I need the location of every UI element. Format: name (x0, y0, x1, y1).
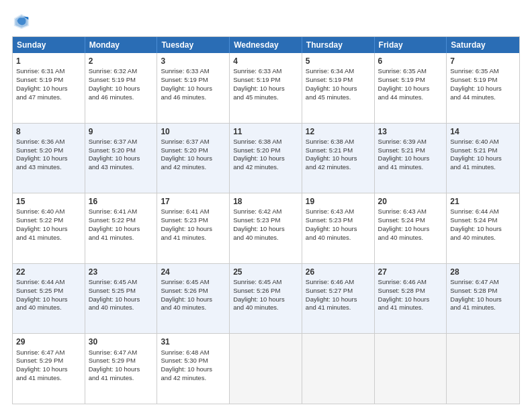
sunset-label: Sunset: 5:21 PM (306, 146, 353, 154)
daylight-label: Daylight: 10 hours (306, 295, 357, 303)
daylight-label: Daylight: 10 hours (233, 295, 285, 303)
calendar-week-4: 22Sunrise: 6:44 AMSunset: 5:25 PMDayligh… (13, 263, 519, 334)
daylight-label: Daylight: 10 hours (161, 85, 212, 92)
sunrise-label: Sunrise: 6:35 AM (450, 67, 498, 75)
daylight-minutes: and 41 minutes. (306, 304, 351, 311)
daylight-label: Daylight: 10 hours (306, 85, 357, 92)
sunset-label: Sunset: 5:28 PM (450, 287, 497, 294)
daylight-minutes: and 44 minutes. (450, 93, 496, 101)
daylight-label: Daylight: 10 hours (89, 85, 140, 92)
daylight-minutes: and 42 minutes. (161, 163, 206, 171)
day-cell-3: 3Sunrise: 6:33 AMSunset: 5:19 PMDaylight… (157, 53, 230, 123)
daylight-label: Daylight: 10 hours (16, 365, 68, 373)
daylight-label: Daylight: 10 hours (378, 85, 430, 92)
day-cell-16: 16Sunrise: 6:41 AMSunset: 5:22 PMDayligh… (85, 193, 158, 263)
day-number: 19 (306, 196, 371, 207)
day-number: 14 (450, 126, 516, 137)
logo (12, 12, 32, 31)
daylight-label: Daylight: 10 hours (16, 225, 68, 232)
day-number: 10 (161, 126, 226, 137)
sunset-label: Sunset: 5:30 PM (161, 357, 208, 364)
daylight-label: Daylight: 10 hours (450, 85, 502, 92)
daylight-label: Daylight: 10 hours (378, 295, 430, 303)
day-number: 18 (233, 196, 298, 207)
day-number: 5 (306, 56, 371, 66)
sunrise-label: Sunrise: 6:45 AM (89, 278, 137, 285)
day-cell-6: 6Sunrise: 6:35 AMSunset: 5:19 PMDaylight… (375, 53, 447, 123)
sunset-label: Sunset: 5:23 PM (233, 216, 280, 224)
day-cell-29: 29Sunrise: 6:47 AMSunset: 5:29 PMDayligh… (13, 334, 85, 404)
day-cell-28: 28Sunrise: 6:47 AMSunset: 5:28 PMDayligh… (447, 264, 519, 334)
sunrise-label: Sunrise: 6:40 AM (16, 208, 64, 215)
sunrise-label: Sunrise: 6:48 AM (161, 349, 209, 356)
sunrise-label: Sunrise: 6:32 AM (89, 67, 137, 75)
daylight-label: Daylight: 10 hours (233, 154, 285, 162)
daylight-label: Daylight: 10 hours (161, 225, 212, 232)
day-number: 17 (161, 196, 226, 207)
daylight-label: Daylight: 10 hours (378, 225, 430, 232)
day-cell-2: 2Sunrise: 6:32 AMSunset: 5:19 PMDaylight… (85, 53, 158, 123)
day-number: 9 (89, 126, 154, 137)
header-day-saturday: Saturday (447, 37, 519, 53)
logo-icon (12, 12, 31, 31)
header-day-friday: Friday (375, 37, 447, 53)
sunrise-label: Sunrise: 6:41 AM (89, 208, 137, 215)
daylight-label: Daylight: 10 hours (89, 365, 140, 373)
sunrise-label: Sunrise: 6:31 AM (16, 67, 64, 75)
daylight-minutes: and 40 minutes. (233, 304, 279, 311)
daylight-label: Daylight: 10 hours (89, 295, 140, 303)
sunset-label: Sunset: 5:24 PM (450, 216, 497, 224)
day-number: 2 (89, 56, 154, 66)
day-cell-10: 10Sunrise: 6:37 AMSunset: 5:20 PMDayligh… (157, 124, 230, 193)
daylight-label: Daylight: 10 hours (306, 225, 357, 232)
day-number: 31 (161, 336, 226, 347)
day-cell-9: 9Sunrise: 6:37 AMSunset: 5:20 PMDaylight… (85, 124, 158, 193)
sunset-label: Sunset: 5:22 PM (16, 216, 63, 224)
day-cell-26: 26Sunrise: 6:46 AMSunset: 5:27 PMDayligh… (302, 264, 375, 334)
daylight-minutes: and 42 minutes. (233, 163, 279, 171)
day-cell-14: 14Sunrise: 6:40 AMSunset: 5:21 PMDayligh… (447, 124, 519, 193)
header-day-thursday: Thursday (302, 37, 375, 53)
day-cell-25: 25Sunrise: 6:45 AMSunset: 5:26 PMDayligh… (230, 264, 302, 334)
sunrise-label: Sunrise: 6:33 AM (161, 67, 209, 75)
sunrise-label: Sunrise: 6:34 AM (306, 67, 354, 75)
daylight-label: Daylight: 10 hours (450, 295, 502, 303)
header-day-sunday: Sunday (13, 37, 85, 53)
daylight-label: Daylight: 10 hours (306, 154, 357, 162)
sunset-label: Sunset: 5:19 PM (450, 76, 497, 83)
daylight-minutes: and 41 minutes. (89, 374, 134, 381)
daylight-label: Daylight: 10 hours (161, 154, 212, 162)
page: SundayMondayTuesdayWednesdayThursdayFrid… (0, 0, 532, 411)
day-cell-22: 22Sunrise: 6:44 AMSunset: 5:25 PMDayligh… (13, 264, 85, 334)
daylight-label: Daylight: 10 hours (233, 225, 285, 232)
sunset-label: Sunset: 5:21 PM (450, 146, 497, 154)
day-number: 8 (16, 126, 81, 137)
sunset-label: Sunset: 5:20 PM (89, 146, 136, 154)
sunrise-label: Sunrise: 6:45 AM (233, 278, 281, 285)
daylight-minutes: and 43 minutes. (89, 163, 134, 171)
sunset-label: Sunset: 5:19 PM (16, 76, 63, 83)
day-cell-8: 8Sunrise: 6:36 AMSunset: 5:20 PMDaylight… (13, 124, 85, 193)
daylight-minutes: and 42 minutes. (161, 374, 206, 381)
day-number: 28 (450, 267, 516, 277)
sunset-label: Sunset: 5:19 PM (233, 76, 280, 83)
day-number: 22 (16, 267, 81, 277)
header (12, 12, 520, 31)
day-cell-23: 23Sunrise: 6:45 AMSunset: 5:25 PMDayligh… (85, 264, 158, 334)
sunset-label: Sunset: 5:19 PM (89, 76, 136, 83)
sunset-label: Sunset: 5:23 PM (161, 216, 208, 224)
sunrise-label: Sunrise: 6:33 AM (233, 67, 281, 75)
day-number: 30 (89, 336, 154, 347)
day-cell-18: 18Sunrise: 6:42 AMSunset: 5:23 PMDayligh… (230, 193, 302, 263)
calendar-week-3: 15Sunrise: 6:40 AMSunset: 5:22 PMDayligh… (13, 193, 519, 263)
daylight-label: Daylight: 10 hours (89, 225, 140, 232)
sunset-label: Sunset: 5:20 PM (16, 146, 63, 154)
daylight-minutes: and 40 minutes. (233, 234, 279, 241)
sunrise-label: Sunrise: 6:39 AM (378, 138, 427, 145)
sunrise-label: Sunrise: 6:47 AM (450, 278, 498, 285)
sunset-label: Sunset: 5:20 PM (233, 146, 280, 154)
day-cell-31: 31Sunrise: 6:48 AMSunset: 5:30 PMDayligh… (157, 334, 230, 404)
sunrise-label: Sunrise: 6:43 AM (378, 208, 427, 215)
day-number: 1 (16, 56, 81, 66)
daylight-minutes: and 41 minutes. (16, 234, 62, 241)
